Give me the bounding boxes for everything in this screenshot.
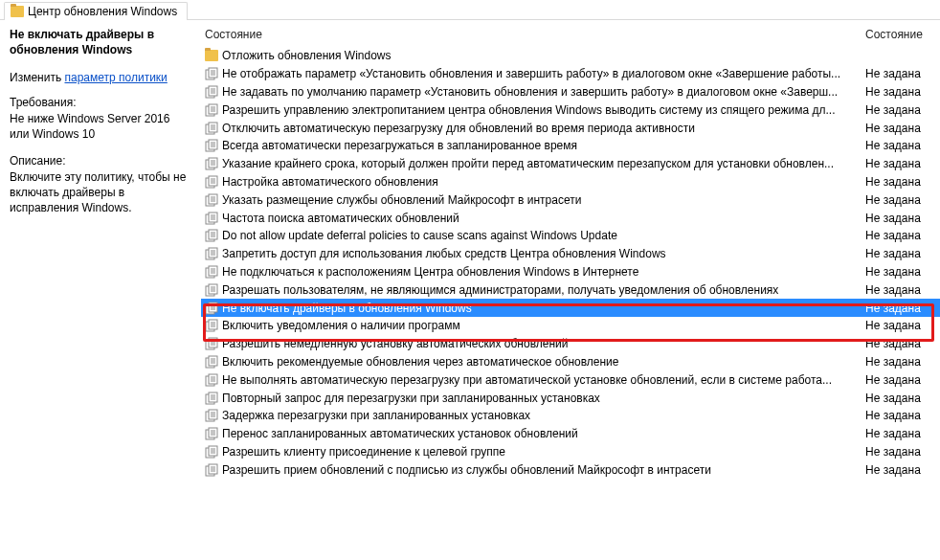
policy-icon (205, 85, 222, 99)
requirements-label: Требования: (10, 96, 191, 109)
policy-icon (205, 337, 222, 350)
requirements-text: Не ниже Windows Server 2016 или Windows … (10, 111, 191, 142)
policy-icon (205, 67, 222, 80)
policy-name: Отложить обновления Windows (222, 49, 865, 62)
edit-policy-link[interactable]: параметр политики (64, 71, 167, 84)
folder-icon (11, 6, 24, 17)
policy-name: Перенос запланированных автоматических у… (222, 427, 865, 440)
list-item[interactable]: Запретить доступ для использования любых… (201, 245, 940, 263)
list-item[interactable]: Отложить обновления Windows (201, 47, 940, 65)
policy-icon (205, 355, 222, 369)
policy-state: Не задана (865, 103, 940, 117)
list-item[interactable]: Не подключаться к расположениям Центра о… (201, 263, 940, 281)
policy-name: Включить рекомендуемые обновления через … (222, 355, 865, 369)
list-item[interactable]: Повторный запрос для перезагрузки при за… (201, 389, 940, 407)
policy-state: Не задана (865, 229, 940, 242)
policy-icon (205, 103, 222, 117)
list-item[interactable]: Частота поиска автоматических обновлений… (201, 209, 940, 227)
policy-state: Не задана (865, 85, 940, 99)
policy-state: Не задана (865, 302, 940, 315)
list-item[interactable]: Не задавать по умолчанию параметр «Устан… (201, 83, 940, 101)
policy-list-pane: Состояние Состояние Отложить обновления … (201, 20, 940, 559)
main-container: Не включать драйверы в обновления Window… (0, 20, 940, 559)
policy-state: Не задана (865, 319, 940, 332)
policy-name: Частота поиска автоматических обновлений (222, 212, 865, 225)
policy-state: Не задана (865, 122, 940, 135)
list-item[interactable]: Указать размещение службы обновлений Май… (201, 190, 940, 209)
policy-name: Настройка автоматического обновления (222, 175, 865, 189)
policy-icon (205, 175, 222, 189)
policy-title: Не включать драйверы в обновления Window… (10, 28, 191, 57)
window-tab-title: Центр обновления Windows (28, 5, 177, 18)
list-item[interactable]: Отключить автоматическую перезагрузку дл… (201, 119, 940, 137)
policy-name: Повторный запрос для перезагрузки при за… (222, 392, 865, 405)
policy-state: Не задана (865, 283, 940, 297)
policy-state: Не задана (865, 427, 940, 440)
policy-icon (205, 265, 222, 279)
policy-name: Не включать драйверы в обновления Window… (222, 302, 865, 315)
policy-state: Не задана (865, 139, 940, 152)
policy-icon (205, 302, 222, 315)
list-item[interactable]: Задержка перезагрузки при запланированны… (201, 407, 940, 425)
policy-icon (205, 122, 222, 135)
details-pane: Не включать драйверы в обновления Window… (0, 20, 201, 559)
policy-icon (205, 193, 222, 207)
policy-icon (205, 463, 222, 477)
folder-icon (205, 50, 222, 61)
policy-icon (205, 319, 222, 332)
list-item[interactable]: Включить рекомендуемые обновления через … (201, 353, 940, 371)
policy-name: Разрешить управлению электропитанием цен… (222, 103, 865, 117)
list-item[interactable]: Разрешить клиенту присоединение к целево… (201, 443, 940, 461)
policy-icon (205, 445, 222, 459)
policy-icon (205, 409, 222, 422)
policy-icon (205, 427, 222, 440)
policy-name: Задержка перезагрузки при запланированны… (222, 409, 865, 422)
column-headers: Состояние Состояние (201, 20, 940, 45)
list-item[interactable]: Не выполнять автоматическую перезагрузку… (201, 370, 940, 389)
policy-name: Включить уведомления о наличии программ (222, 319, 865, 332)
policy-icon (205, 373, 222, 387)
policy-state: Не задана (865, 373, 940, 387)
policy-icon (205, 229, 222, 242)
policy-state: Не задана (865, 265, 940, 279)
policy-state: Не задана (865, 175, 940, 189)
policy-name: Указать размещение службы обновлений Май… (222, 193, 865, 207)
list-item[interactable]: Включить уведомления о наличии программН… (201, 317, 940, 335)
policy-name: Разрешать пользователям, не являющимся а… (222, 283, 865, 297)
policy-icon (205, 212, 222, 225)
list-item[interactable]: Разрешать пользователям, не являющимся а… (201, 280, 940, 299)
policy-state: Не задана (865, 409, 940, 422)
list-item[interactable]: Разрешить прием обновлений с подписью из… (201, 460, 940, 479)
policy-name: Разрешить прием обновлений с подписью из… (222, 463, 865, 477)
policy-name: Do not allow update deferral policies to… (222, 229, 865, 242)
policy-name: Всегда автоматически перезагружаться в з… (222, 139, 865, 152)
policy-state: Не задана (865, 157, 940, 170)
description-label: Описание: (10, 154, 191, 168)
policy-name: Разрешить клиенту присоединение к целево… (222, 445, 865, 459)
policy-name: Не подключаться к расположениям Центра о… (222, 265, 865, 279)
list-item[interactable]: Не отображать параметр «Установить обнов… (201, 65, 940, 83)
policy-state: Не задана (865, 67, 940, 80)
list-item[interactable]: Do not allow update deferral policies to… (201, 227, 940, 245)
list-item[interactable]: Разрешить немедленную установку автомати… (201, 335, 940, 353)
window-tab[interactable]: Центр обновления Windows (4, 2, 188, 20)
policy-state: Не задана (865, 193, 940, 207)
list-item[interactable]: Перенос запланированных автоматических у… (201, 425, 940, 443)
list-item[interactable]: Всегда автоматически перезагружаться в з… (201, 137, 940, 155)
policy-state: Не задана (865, 463, 940, 477)
policy-icon (205, 283, 222, 297)
column-header-state[interactable]: Состояние (201, 28, 865, 41)
policy-icon (205, 247, 222, 260)
policy-state: Не задана (865, 445, 940, 459)
policy-name: Отключить автоматическую перезагрузку дл… (222, 122, 865, 135)
policy-state: Не задана (865, 337, 940, 350)
list-item[interactable]: Не включать драйверы в обновления Window… (201, 299, 940, 317)
policy-state: Не задана (865, 212, 940, 225)
policy-state: Не задана (865, 247, 940, 260)
column-header-state-right[interactable]: Состояние (865, 28, 940, 41)
list-item[interactable]: Разрешить управлению электропитанием цен… (201, 101, 940, 119)
list-item[interactable]: Указание крайнего срока, который должен … (201, 155, 940, 173)
policy-name: Указание крайнего срока, который должен … (222, 157, 865, 170)
list-item[interactable]: Настройка автоматического обновленияНе з… (201, 173, 940, 191)
policy-name: Не задавать по умолчанию параметр «Устан… (222, 85, 865, 99)
